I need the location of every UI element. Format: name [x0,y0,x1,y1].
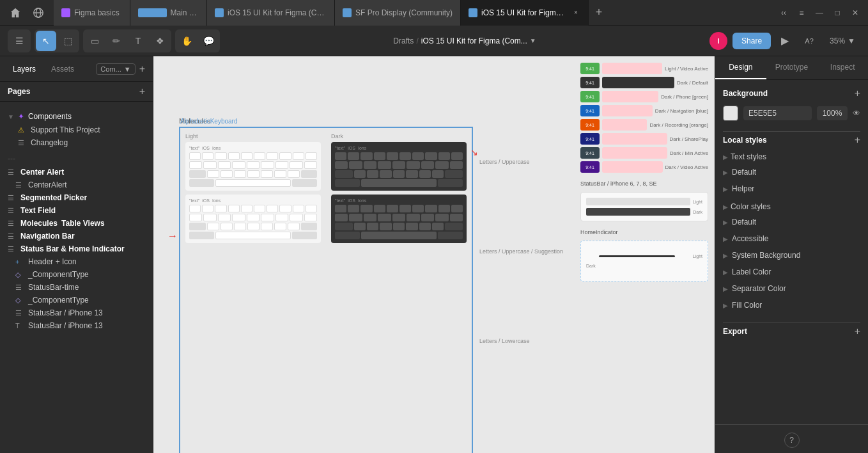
key-row-zxcv [189,170,317,178]
sidebar-item-statusbar-iphone13[interactable]: ☰ StatusBar / iPhone 13 [0,306,153,319]
sidebar-item-navigation-bar[interactable]: ☰ Navigation Bar [0,230,153,242]
tab-main-page[interactable]: Main page [130,0,207,26]
statusbar-row-6: 9:41 Dark / SharePlay [580,133,708,145]
background-swatch[interactable] [723,106,738,121]
statusbar13text-label: StatusBar / iPhone 13 [28,321,103,330]
color-style-fill[interactable]: ▶ Fill Color [723,298,860,312]
share-button[interactable]: Share [732,33,771,49]
component-tool[interactable]: ❖ [150,31,170,51]
tab-design[interactable]: Design [715,56,766,79]
color-styles-header[interactable]: ▶ Color styles [723,202,860,211]
sidebar-item-changelog[interactable]: ☰ Changelog [0,136,153,149]
canvas[interactable]: Molecules AlphabeticKeyboard Light [153,56,715,453]
tab-ios2-icon [469,8,477,17]
shape-tool[interactable]: ▭ [84,31,105,51]
sidebar-tab-layers[interactable]: Layers [8,62,41,76]
sidebar-item-statusbar-time[interactable]: ☰ StatusBar-time [0,281,153,294]
drafts-menu-button[interactable]: ☰ [9,31,29,51]
tab-inspect[interactable]: Inspect [817,56,868,79]
home-indicator-dark: Dark [586,264,702,268]
sidebar-item-center-alert[interactable]: ☰ Center Alert [0,166,153,179]
figma-aa-button[interactable]: A? [799,31,819,51]
tab-close-icon[interactable]: × [571,8,580,17]
components-star-icon: ✦ [18,112,24,121]
window-minimize[interactable]: — [812,5,827,20]
componenttype2-label: _ComponentType [28,296,89,305]
sidebar-item-statusbar-iphone13-text[interactable]: T StatusBar / iPhone 13 [0,319,153,332]
statusbar-iphone-container: Light Dark [580,192,708,221]
window-close[interactable]: ✕ [848,5,863,20]
tabs-nav: ‹‹ ≡ — □ ✕ [771,5,868,20]
style-item-default[interactable]: ▶ Default [723,165,860,179]
select-tool[interactable]: ↖ [36,31,56,51]
sidebar-item-support[interactable]: ⚠ Support This Project [0,123,153,136]
background-add-icon[interactable]: + [855,88,860,99]
sidebar-tab-assets[interactable]: Assets [46,62,79,76]
color-style-default[interactable]: ▶ Default [723,215,860,229]
background-opacity[interactable]: 100% [817,106,848,120]
window-maximize[interactable]: □ [830,5,845,20]
key-n [274,170,286,178]
comment-tool[interactable]: 💬 [198,31,219,51]
color-style-accessible[interactable]: ▶ Accessible [723,232,860,246]
keyboard-dark-side: Dark "text"iOSIons ↘ [326,128,472,453]
sidebar-item-table-views[interactable]: ☰ Molecules Table Views [0,217,153,230]
breadcrumb-chevron-icon: ▼ [530,37,536,44]
sidebar-item-text-field[interactable]: ☰ Text Field [0,204,153,217]
background-eye-icon[interactable]: 👁 [853,109,860,118]
componenttype2-icon: ◇ [15,296,24,305]
statusbar-label-4: Dark / Navigation [blue] [655,108,708,114]
color-styles-chevron-icon: ▶ [723,203,728,211]
alphabetic-keyboard-frame[interactable]: AlphabeticKeyboard Light "text"iOSIons [179,127,473,453]
sidebar-item-centeralert[interactable]: ☰ CenterAlert [0,179,153,191]
tab-sf-pro[interactable]: SF Pro Display (Community) [335,0,461,26]
breadcrumb[interactable]: Drafts / iOS 15 UI Kit for Figma (Com...… [393,36,536,45]
statusbar-row-1: 9:41 Light / Video Active [580,63,708,74]
hand-tool[interactable]: ✋ [176,31,197,51]
key-row-zxcv-2 [189,223,317,230]
components-section-header[interactable]: ▼ ✦ Components [0,109,153,123]
text-styles-header[interactable]: ▶ Text styles [723,152,860,161]
tabs-nav-prev[interactable]: ‹‹ [776,5,791,20]
statusbar-label: Status Bar & Home Indicator [20,244,125,253]
tab-add-button[interactable]: + [589,0,609,26]
text-tool[interactable]: T [128,31,148,51]
help-bar: ? [715,424,868,453]
color-style-system-bg[interactable]: ▶ System Background [723,248,860,262]
zoom-level[interactable]: 35% ▼ [825,34,860,48]
pen-tool[interactable]: ✏ [106,31,127,51]
tabs-nav-next[interactable]: ≡ [794,5,809,20]
home-icon[interactable] [5,3,26,23]
tab-ios-kit-1[interactable]: iOS 15 UI Kit for Figma (Com... [207,0,335,26]
key-c [234,170,246,178]
statusbar-iphone-dark-bar [586,208,690,216]
text-styles-group: ▶ Text styles ▶ Default ▶ Helper [723,152,860,196]
tab-prototype[interactable]: Prototype [766,56,818,79]
style-item-helper[interactable]: ▶ Helper [723,182,860,196]
sidebar-item-header-icon[interactable]: + Header + Icon [0,255,153,268]
local-styles-add-icon[interactable]: + [855,134,860,146]
statusbartime-label: StatusBar-time [28,283,79,292]
sidebar-add-icon[interactable]: + [139,63,145,75]
play-button[interactable]: ▶ [776,32,794,50]
tab-figma-basics[interactable]: Figma basics [54,0,130,26]
background-section: Background + E5E5E5 100% 👁 [723,88,860,121]
panel-divider-1 [723,131,860,132]
sidebar-item-component-type-1[interactable]: ◇ _ComponentType [0,268,153,281]
pages-add-icon[interactable]: + [139,86,145,97]
sidebar-item-segmented-picker[interactable]: ☰ Segmented Picker [0,191,153,204]
tab-ios-kit-2[interactable]: iOS 15 UI Kit for Figma (Co... × [461,0,589,26]
key-t [241,152,252,160]
export-add-icon[interactable]: + [855,326,860,337]
help-button[interactable]: ? [784,433,800,448]
frame-tool[interactable]: ⬚ [58,31,78,51]
color-style-separator[interactable]: ▶ Separator Color [723,282,860,296]
com-button[interactable]: Com... ▼ [96,63,135,75]
background-hex[interactable]: E5E5E5 [743,106,812,120]
sidebar-item-component-type-2[interactable]: ◇ _ComponentType [0,294,153,306]
globe-icon[interactable] [28,3,49,23]
sidebar-item-status-bar[interactable]: ☰ Status Bar & Home Indicator [0,242,153,255]
components-expand-icon: ▼ [8,113,14,120]
key-num [189,179,214,187]
color-style-label-color[interactable]: ▶ Label Color [723,265,860,279]
